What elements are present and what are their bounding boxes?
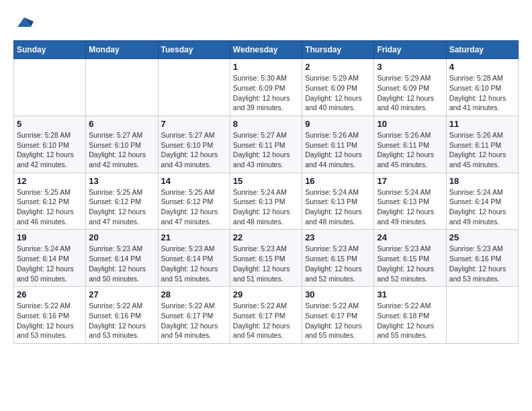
day-number: 8 bbox=[233, 119, 299, 129]
calendar-cell: 7Sunrise: 5:27 AM Sunset: 6:10 PM Daylig… bbox=[158, 116, 230, 173]
calendar-cell bbox=[14, 59, 86, 116]
day-info: Sunrise: 5:25 AM Sunset: 6:12 PM Dayligh… bbox=[17, 187, 83, 227]
calendar-cell: 2Sunrise: 5:29 AM Sunset: 6:09 PM Daylig… bbox=[302, 59, 374, 116]
day-info: Sunrise: 5:28 AM Sunset: 6:10 PM Dayligh… bbox=[17, 130, 83, 170]
day-number: 6 bbox=[89, 119, 154, 129]
page-header bbox=[13, 13, 519, 30]
day-info: Sunrise: 5:28 AM Sunset: 6:10 PM Dayligh… bbox=[449, 73, 515, 113]
day-info: Sunrise: 5:23 AM Sunset: 6:15 PM Dayligh… bbox=[377, 244, 443, 283]
weekday-header: Wednesday bbox=[230, 41, 302, 59]
calendar-cell: 14Sunrise: 5:25 AM Sunset: 6:12 PM Dayli… bbox=[158, 173, 230, 230]
logo bbox=[13, 13, 36, 30]
calendar-cell: 5Sunrise: 5:28 AM Sunset: 6:10 PM Daylig… bbox=[14, 116, 86, 173]
day-number: 21 bbox=[161, 232, 227, 242]
day-info: Sunrise: 5:22 AM Sunset: 6:16 PM Dayligh… bbox=[89, 301, 154, 340]
day-number: 20 bbox=[89, 232, 154, 242]
day-info: Sunrise: 5:23 AM Sunset: 6:15 PM Dayligh… bbox=[233, 244, 299, 283]
calendar-cell bbox=[446, 287, 518, 344]
day-number: 11 bbox=[449, 119, 515, 129]
calendar-cell: 31Sunrise: 5:22 AM Sunset: 6:18 PM Dayli… bbox=[374, 287, 446, 344]
day-number: 28 bbox=[161, 289, 227, 300]
day-info: Sunrise: 5:24 AM Sunset: 6:13 PM Dayligh… bbox=[233, 187, 299, 227]
calendar-week-row: 12Sunrise: 5:25 AM Sunset: 6:12 PM Dayli… bbox=[14, 173, 519, 230]
calendar-cell: 4Sunrise: 5:28 AM Sunset: 6:10 PM Daylig… bbox=[446, 59, 518, 116]
day-number: 24 bbox=[377, 232, 443, 242]
day-number: 16 bbox=[305, 176, 371, 186]
day-info: Sunrise: 5:22 AM Sunset: 6:17 PM Dayligh… bbox=[161, 301, 227, 340]
day-info: Sunrise: 5:23 AM Sunset: 6:16 PM Dayligh… bbox=[449, 244, 515, 283]
day-info: Sunrise: 5:26 AM Sunset: 6:11 PM Dayligh… bbox=[449, 130, 515, 170]
calendar-cell: 18Sunrise: 5:24 AM Sunset: 6:14 PM Dayli… bbox=[446, 173, 518, 230]
weekday-header: Thursday bbox=[302, 41, 374, 59]
day-number: 19 bbox=[17, 232, 83, 242]
day-info: Sunrise: 5:25 AM Sunset: 6:12 PM Dayligh… bbox=[89, 187, 154, 227]
day-info: Sunrise: 5:24 AM Sunset: 6:14 PM Dayligh… bbox=[449, 187, 515, 227]
day-number: 3 bbox=[377, 62, 443, 72]
calendar-week-row: 19Sunrise: 5:24 AM Sunset: 6:14 PM Dayli… bbox=[14, 230, 519, 287]
day-number: 18 bbox=[449, 176, 515, 186]
day-number: 1 bbox=[233, 62, 299, 72]
day-info: Sunrise: 5:22 AM Sunset: 6:18 PM Dayligh… bbox=[377, 301, 443, 340]
calendar-cell: 25Sunrise: 5:23 AM Sunset: 6:16 PM Dayli… bbox=[446, 230, 518, 287]
calendar-cell: 1Sunrise: 5:30 AM Sunset: 6:09 PM Daylig… bbox=[230, 59, 302, 116]
calendar-cell: 3Sunrise: 5:29 AM Sunset: 6:09 PM Daylig… bbox=[374, 59, 446, 116]
day-info: Sunrise: 5:23 AM Sunset: 6:15 PM Dayligh… bbox=[305, 244, 371, 283]
day-info: Sunrise: 5:29 AM Sunset: 6:09 PM Dayligh… bbox=[377, 73, 443, 113]
day-info: Sunrise: 5:25 AM Sunset: 6:12 PM Dayligh… bbox=[161, 187, 227, 227]
day-number: 9 bbox=[305, 119, 371, 129]
day-number: 23 bbox=[305, 232, 371, 242]
calendar-header-row: SundayMondayTuesdayWednesdayThursdayFrid… bbox=[14, 41, 519, 59]
weekday-header: Friday bbox=[374, 41, 446, 59]
day-info: Sunrise: 5:23 AM Sunset: 6:14 PM Dayligh… bbox=[89, 244, 154, 283]
calendar-cell: 16Sunrise: 5:24 AM Sunset: 6:13 PM Dayli… bbox=[302, 173, 374, 230]
calendar-cell: 19Sunrise: 5:24 AM Sunset: 6:14 PM Dayli… bbox=[14, 230, 86, 287]
calendar-cell: 23Sunrise: 5:23 AM Sunset: 6:15 PM Dayli… bbox=[302, 230, 374, 287]
weekday-header: Tuesday bbox=[158, 41, 230, 59]
day-info: Sunrise: 5:26 AM Sunset: 6:11 PM Dayligh… bbox=[305, 130, 371, 170]
day-number: 22 bbox=[233, 232, 299, 242]
day-number: 4 bbox=[449, 62, 515, 72]
weekday-header: Monday bbox=[86, 41, 158, 59]
calendar-week-row: 26Sunrise: 5:22 AM Sunset: 6:16 PM Dayli… bbox=[14, 287, 519, 344]
day-number: 14 bbox=[161, 176, 227, 186]
calendar-cell bbox=[158, 59, 230, 116]
logo-text bbox=[13, 13, 35, 30]
calendar-cell bbox=[86, 59, 158, 116]
calendar-cell: 30Sunrise: 5:22 AM Sunset: 6:17 PM Dayli… bbox=[302, 287, 374, 344]
calendar-cell: 27Sunrise: 5:22 AM Sunset: 6:16 PM Dayli… bbox=[86, 287, 158, 344]
day-info: Sunrise: 5:30 AM Sunset: 6:09 PM Dayligh… bbox=[233, 73, 299, 113]
day-number: 29 bbox=[233, 289, 299, 300]
calendar-cell: 29Sunrise: 5:22 AM Sunset: 6:17 PM Dayli… bbox=[230, 287, 302, 344]
day-info: Sunrise: 5:22 AM Sunset: 6:17 PM Dayligh… bbox=[233, 301, 299, 340]
calendar-cell: 26Sunrise: 5:22 AM Sunset: 6:16 PM Dayli… bbox=[14, 287, 86, 344]
day-info: Sunrise: 5:27 AM Sunset: 6:10 PM Dayligh… bbox=[161, 130, 227, 170]
calendar-cell: 13Sunrise: 5:25 AM Sunset: 6:12 PM Dayli… bbox=[86, 173, 158, 230]
calendar-cell: 17Sunrise: 5:24 AM Sunset: 6:13 PM Dayli… bbox=[374, 173, 446, 230]
calendar-cell: 9Sunrise: 5:26 AM Sunset: 6:11 PM Daylig… bbox=[302, 116, 374, 173]
calendar-cell: 12Sunrise: 5:25 AM Sunset: 6:12 PM Dayli… bbox=[14, 173, 86, 230]
day-number: 7 bbox=[161, 119, 227, 129]
day-info: Sunrise: 5:24 AM Sunset: 6:13 PM Dayligh… bbox=[305, 187, 371, 227]
day-info: Sunrise: 5:22 AM Sunset: 6:17 PM Dayligh… bbox=[305, 301, 371, 340]
day-number: 30 bbox=[305, 289, 371, 300]
calendar-cell: 22Sunrise: 5:23 AM Sunset: 6:15 PM Dayli… bbox=[230, 230, 302, 287]
day-number: 5 bbox=[17, 119, 83, 129]
calendar-cell: 28Sunrise: 5:22 AM Sunset: 6:17 PM Dayli… bbox=[158, 287, 230, 344]
day-number: 10 bbox=[377, 119, 443, 129]
calendar-week-row: 1Sunrise: 5:30 AM Sunset: 6:09 PM Daylig… bbox=[14, 59, 519, 116]
day-number: 27 bbox=[89, 289, 154, 300]
day-info: Sunrise: 5:27 AM Sunset: 6:10 PM Dayligh… bbox=[89, 130, 154, 170]
calendar-cell: 6Sunrise: 5:27 AM Sunset: 6:10 PM Daylig… bbox=[86, 116, 158, 173]
calendar-cell: 20Sunrise: 5:23 AM Sunset: 6:14 PM Dayli… bbox=[86, 230, 158, 287]
calendar-cell: 21Sunrise: 5:23 AM Sunset: 6:14 PM Dayli… bbox=[158, 230, 230, 287]
day-number: 15 bbox=[233, 176, 299, 186]
day-number: 31 bbox=[377, 289, 443, 300]
day-number: 2 bbox=[305, 62, 371, 72]
day-info: Sunrise: 5:22 AM Sunset: 6:16 PM Dayligh… bbox=[17, 301, 83, 340]
day-number: 13 bbox=[89, 176, 154, 186]
day-info: Sunrise: 5:24 AM Sunset: 6:14 PM Dayligh… bbox=[17, 244, 83, 283]
weekday-header: Sunday bbox=[14, 41, 86, 59]
logo-icon bbox=[15, 15, 34, 30]
day-info: Sunrise: 5:24 AM Sunset: 6:13 PM Dayligh… bbox=[377, 187, 443, 227]
weekday-header: Saturday bbox=[446, 41, 518, 59]
